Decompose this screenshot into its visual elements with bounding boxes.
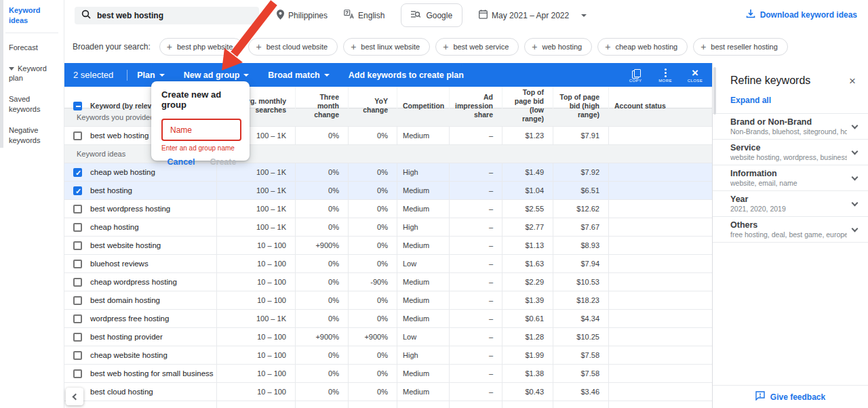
table-row[interactable] bbox=[64, 401, 712, 408]
refine-section-subtitle: free hosting, deal, best game, european bbox=[730, 230, 847, 240]
ad-group-name-field[interactable]: Name bbox=[161, 119, 241, 141]
row-checkbox[interactable] bbox=[73, 333, 82, 342]
search-input[interactable] bbox=[97, 11, 252, 20]
create-button[interactable]: Create bbox=[210, 157, 237, 167]
table-scrollbar[interactable] bbox=[713, 67, 716, 115]
table-row[interactable]: cheap website hosting10 – 1000%0%High–$1… bbox=[64, 346, 712, 365]
ad-share-cell: – bbox=[450, 291, 502, 309]
table-row[interactable]: cheap wordpress hosting10 – 1000%-90%Med… bbox=[64, 273, 712, 291]
searches-cell: 100 – 1K bbox=[217, 200, 296, 218]
refine-section-others[interactable]: Othersfree hosting, deal, best game, eur… bbox=[713, 217, 868, 243]
refine-section-text: Informationwebsite, email, name bbox=[730, 168, 797, 188]
keyword-cell: cheap website hosting bbox=[64, 346, 217, 364]
give-feedback-button[interactable]: Give feedback bbox=[713, 385, 868, 408]
broaden-chip-best-linux-website[interactable]: best linux website bbox=[343, 38, 430, 56]
section-title: Keyword ideas bbox=[77, 150, 125, 158]
refine-section-service[interactable]: Servicewebsite hosting, wordpress, busin… bbox=[713, 140, 868, 165]
yoy-cell: 0% bbox=[349, 346, 397, 364]
keyword-label: best hosting provider bbox=[90, 333, 163, 341]
broaden-chip-cheap-web-hosting[interactable]: cheap web hosting bbox=[597, 38, 688, 56]
sidebar-item-saved-keywords[interactable]: Saved keywords bbox=[0, 89, 64, 120]
column-header-yoy-change[interactable]: YoY change bbox=[349, 87, 397, 125]
competition-cell: Medium bbox=[397, 365, 450, 382]
sidebar-item-keyword-plan[interactable]: Keyword plan bbox=[0, 58, 64, 89]
select-all-checkbox[interactable] bbox=[73, 102, 82, 110]
empty-cell bbox=[397, 401, 450, 408]
table-row[interactable]: best hosting provider10 – 100+900%+900%L… bbox=[64, 328, 712, 346]
popup-title: Create new ad group bbox=[161, 89, 242, 110]
close-toolbar-button[interactable]: CLOSE bbox=[684, 68, 707, 83]
date-range-label: May 2021 – Apr 2022 bbox=[492, 11, 569, 20]
competition-cell: High bbox=[397, 218, 450, 236]
language-selector[interactable]: English bbox=[344, 9, 384, 21]
table-row[interactable]: best hosting100 – 1K0%0%Medium–$1.04$6.5… bbox=[64, 182, 712, 200]
keyword-search-box[interactable] bbox=[75, 7, 259, 24]
sidebar-item-forecast[interactable]: Forecast bbox=[0, 37, 64, 58]
row-checkbox[interactable] bbox=[73, 186, 82, 195]
refine-panel-title: Refine keywords bbox=[730, 75, 810, 87]
low-bid-cell: $2.55 bbox=[502, 200, 553, 218]
row-checkbox[interactable] bbox=[73, 241, 82, 250]
broaden-chip-best-web-service[interactable]: best web service bbox=[435, 38, 519, 56]
ad-share-cell: – bbox=[450, 127, 502, 144]
row-checkbox[interactable] bbox=[73, 296, 82, 305]
column-header-top-of-page-bid-high-range[interactable]: Top of page bid (high range) bbox=[553, 87, 609, 125]
network-selector[interactable]: Google bbox=[401, 3, 462, 27]
row-checkbox[interactable] bbox=[73, 369, 82, 378]
new-ad-group-menu[interactable]: New ad group bbox=[174, 70, 259, 80]
keyword-cell: cheap hosting bbox=[64, 218, 217, 236]
row-checkbox[interactable] bbox=[73, 131, 82, 140]
searches-cell: 10 – 100 bbox=[217, 255, 296, 272]
table-row[interactable]: best domain hosting10 – 1000%0%Medium–$1… bbox=[64, 291, 712, 310]
sidebar-item-keyword-ideas[interactable]: Keyword ideas bbox=[0, 0, 64, 31]
yoy-cell: 0% bbox=[349, 291, 397, 309]
add-keywords-button[interactable]: Add keywords to create plan bbox=[339, 70, 473, 80]
close-panel-button[interactable] bbox=[849, 75, 856, 87]
table-row[interactable]: wordpress free hosting100 – 1K0%0%Medium… bbox=[64, 310, 712, 328]
more-button[interactable]: MORE bbox=[654, 67, 677, 83]
refine-section-text: Year2021, 2020, 2019 bbox=[730, 194, 786, 214]
row-checkbox[interactable] bbox=[73, 314, 82, 323]
location-selector[interactable]: Philippines bbox=[277, 9, 328, 22]
column-header-ad-impression-share[interactable]: Ad impression share bbox=[450, 87, 502, 125]
scroll-left-button[interactable] bbox=[66, 388, 83, 405]
table-row[interactable]: best cloud hosting10 – 1000%0%Medium–$0.… bbox=[64, 383, 712, 401]
cancel-button[interactable]: Cancel bbox=[167, 157, 195, 167]
table-row[interactable]: best website hosting10 – 100+900%0%Mediu… bbox=[64, 237, 712, 255]
table-row[interactable]: bluehost reviews10 – 1000%0%Low–$1.63$7.… bbox=[64, 255, 712, 273]
download-keyword-ideas-button[interactable]: Download keyword ideas bbox=[746, 9, 857, 20]
expand-all-link[interactable]: Expand all bbox=[713, 87, 868, 114]
column-header-top-of-page-bid-low-range[interactable]: Top of page bid (low range) bbox=[502, 87, 553, 125]
chip-label: cheap web hosting bbox=[615, 43, 677, 51]
row-checkbox[interactable] bbox=[73, 223, 82, 232]
broaden-chip-web-hosting[interactable]: web hosting bbox=[524, 38, 592, 56]
row-checkbox[interactable] bbox=[73, 351, 82, 360]
refine-section-year[interactable]: Year2021, 2020, 2019 bbox=[713, 191, 868, 217]
plan-menu[interactable]: Plan bbox=[127, 70, 174, 80]
three-month-cell: 0% bbox=[296, 346, 349, 364]
broaden-chip-best-reseller-hosting[interactable]: best reseller hosting bbox=[693, 38, 788, 56]
copy-button[interactable]: COPY bbox=[624, 68, 647, 83]
broad-match-menu[interactable]: Broad match bbox=[258, 70, 338, 80]
row-checkbox[interactable] bbox=[73, 260, 82, 268]
column-header-competition[interactable]: Competition bbox=[397, 87, 450, 125]
broaden-chip-best-cloud-website[interactable]: best cloud website bbox=[248, 38, 338, 56]
table-row[interactable]: best web hosting for small business10 – … bbox=[64, 365, 712, 383]
download-icon bbox=[746, 9, 755, 20]
row-checkbox[interactable] bbox=[73, 168, 82, 177]
refine-section-brand-or-non-brand[interactable]: Brand or Non-BrandNon-Brands, bluehost, … bbox=[713, 114, 868, 140]
table-row[interactable]: best wordpress hosting100 – 1K0%0%Medium… bbox=[64, 200, 712, 218]
date-range-selector[interactable]: May 2021 – Apr 2022 bbox=[479, 9, 587, 21]
high-bid-cell: $12.62 bbox=[553, 200, 609, 218]
row-checkbox[interactable] bbox=[73, 278, 82, 287]
competition-cell: Medium bbox=[397, 200, 450, 218]
sidebar-item-negative-keywords[interactable]: Negative keywords bbox=[0, 120, 64, 151]
column-header-account-status[interactable]: Account status bbox=[609, 87, 712, 125]
row-checkbox[interactable] bbox=[73, 205, 82, 213]
name-field-label: Name bbox=[170, 125, 192, 135]
refine-section-information[interactable]: Informationwebsite, email, name bbox=[713, 165, 868, 191]
column-header-three-month-change[interactable]: Three month change bbox=[296, 87, 349, 125]
table-row[interactable]: cheap hosting100 – 1K0%0%High–$2.77$7.67 bbox=[64, 218, 712, 237]
high-bid-cell: $10.25 bbox=[553, 328, 609, 346]
broaden-chip-best-php-website[interactable]: best php website bbox=[159, 38, 243, 56]
